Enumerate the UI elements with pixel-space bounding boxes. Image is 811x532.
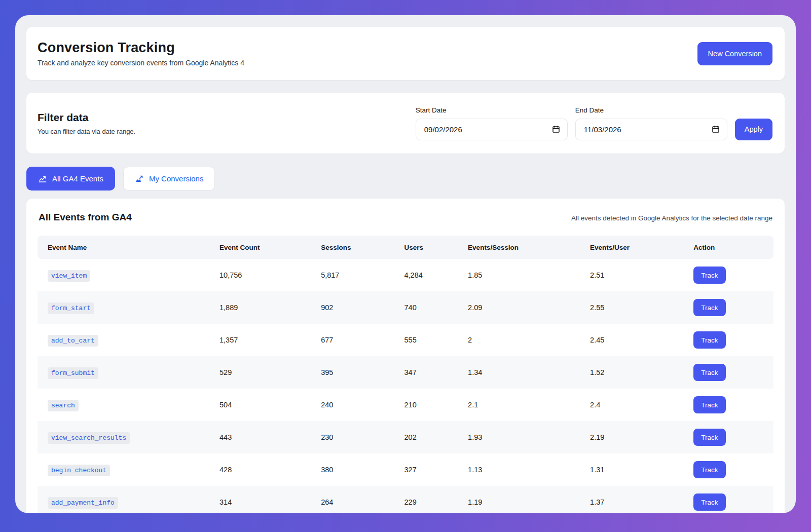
events-table-note: All events detected in Google Analytics … xyxy=(571,214,772,222)
tab-my-conversions[interactable]: My Conversions xyxy=(123,167,215,191)
events-table-title: All Events from GA4 xyxy=(39,212,132,223)
start-date-field[interactable] xyxy=(416,119,568,140)
events-per-session-cell: 2.09 xyxy=(458,291,580,324)
action-cell: Track xyxy=(683,389,773,421)
view-tabs: All GA4 Events My Conversions xyxy=(26,167,785,191)
event-name-cell: view_search_results xyxy=(38,421,209,453)
event-count-cell: 428 xyxy=(209,453,311,486)
event-name-badge: form_submit xyxy=(48,367,98,379)
action-cell: Track xyxy=(683,356,773,389)
users-cell: 555 xyxy=(394,324,458,356)
column-header-event-count: Event Count xyxy=(209,236,311,259)
end-date-field[interactable] xyxy=(575,119,727,140)
end-date-input[interactable] xyxy=(584,125,685,134)
events-per-user-cell: 2.4 xyxy=(580,389,683,421)
action-cell: Track xyxy=(683,486,773,513)
filter-card: Filter data You can filter data via date… xyxy=(26,93,785,154)
events-per-user-cell: 1.37 xyxy=(580,486,683,513)
events-table-body: view_item 10,756 5,817 4,284 1.85 2.51 T… xyxy=(38,259,773,513)
events-per-session-cell: 1.34 xyxy=(458,356,580,389)
event-name-badge: search xyxy=(48,400,79,411)
events-per-session-cell: 1.19 xyxy=(458,486,580,513)
events-table-head-row: Event Name Event Count Sessions Users Ev… xyxy=(38,236,773,259)
event-name-cell: search xyxy=(38,389,209,421)
event-name-cell: begin_checkout xyxy=(38,453,209,486)
column-header-action: Action xyxy=(683,236,773,259)
start-date-input[interactable] xyxy=(424,125,526,134)
page-title: Conversion Tracking xyxy=(38,40,244,56)
event-name-cell: add_payment_info xyxy=(38,486,209,513)
track-button[interactable]: Track xyxy=(693,299,725,316)
tab-label: All GA4 Events xyxy=(52,174,103,183)
action-cell: Track xyxy=(683,291,773,324)
column-header-event-name: Event Name xyxy=(38,236,209,259)
new-conversion-button[interactable]: New Conversion xyxy=(697,42,772,65)
track-button[interactable]: Track xyxy=(693,267,725,284)
event-name-cell: view_item xyxy=(38,259,209,291)
event-count-cell: 10,756 xyxy=(209,259,311,291)
events-per-session-cell: 1.13 xyxy=(458,453,580,486)
users-cell: 210 xyxy=(394,389,458,421)
sessions-cell: 240 xyxy=(311,389,394,421)
start-date-label: Start Date xyxy=(416,106,568,114)
sessions-cell: 677 xyxy=(311,324,394,356)
events-per-session-cell: 1.85 xyxy=(458,259,580,291)
events-per-user-cell: 1.52 xyxy=(580,356,683,389)
event-name-badge: add_payment_info xyxy=(48,497,118,509)
sessions-cell: 264 xyxy=(311,486,394,513)
table-row: add_to_cart 1,357 677 555 2 2.45 Track xyxy=(38,324,773,356)
table-row: form_start 1,889 902 740 2.09 2.55 Track xyxy=(38,291,773,324)
track-button[interactable]: Track xyxy=(693,396,725,413)
table-row: add_payment_info 314 264 229 1.19 1.37 T… xyxy=(38,486,773,513)
apply-button[interactable]: Apply xyxy=(735,119,772,140)
action-cell: Track xyxy=(683,324,773,356)
filter-controls: Start Date End Date xyxy=(416,106,772,140)
sessions-cell: 902 xyxy=(311,291,394,324)
start-date-group: Start Date xyxy=(416,106,568,140)
events-per-user-cell: 2.19 xyxy=(580,421,683,453)
end-date-group: End Date xyxy=(575,106,727,140)
event-count-cell: 504 xyxy=(209,389,311,421)
track-button[interactable]: Track xyxy=(693,429,725,446)
users-cell: 229 xyxy=(394,486,458,513)
events-per-user-cell: 2.51 xyxy=(580,259,683,291)
event-name-cell: add_to_cart xyxy=(38,324,209,356)
event-count-cell: 1,889 xyxy=(209,291,311,324)
column-header-events-per-user: Events/User xyxy=(580,236,683,259)
end-date-label: End Date xyxy=(575,106,727,114)
table-row: form_submit 529 395 347 1.34 1.52 Track xyxy=(38,356,773,389)
users-cell: 740 xyxy=(394,291,458,324)
events-per-session-cell: 1.93 xyxy=(458,421,580,453)
column-header-events-per-session: Events/Session xyxy=(458,236,580,259)
page-background: Conversion Tracking Track and analyze ke… xyxy=(0,0,811,532)
sessions-cell: 230 xyxy=(311,421,394,453)
tab-label: My Conversions xyxy=(149,174,204,183)
track-button[interactable]: Track xyxy=(693,461,725,478)
events-per-user-cell: 1.31 xyxy=(580,453,683,486)
calendar-icon[interactable] xyxy=(552,125,560,133)
tab-all-ga4-events[interactable]: All GA4 Events xyxy=(26,167,115,191)
events-per-user-cell: 2.45 xyxy=(580,324,683,356)
action-cell: Track xyxy=(683,259,773,291)
sessions-cell: 380 xyxy=(311,453,394,486)
filter-subtitle: You can filter data via date range. xyxy=(38,128,135,135)
track-button[interactable]: Track xyxy=(693,331,725,349)
users-cell: 327 xyxy=(394,453,458,486)
column-header-users: Users xyxy=(394,236,458,259)
track-button[interactable]: Track xyxy=(693,493,725,511)
table-row: view_search_results 443 230 202 1.93 2.1… xyxy=(38,421,773,453)
table-row: begin_checkout 428 380 327 1.13 1.31 Tra… xyxy=(38,453,773,486)
events-per-user-cell: 2.55 xyxy=(580,291,683,324)
trending-up-chart-icon xyxy=(38,174,47,183)
event-name-badge: add_to_cart xyxy=(48,335,98,347)
table-row: search 504 240 210 2.1 2.4 Track xyxy=(38,389,773,421)
app-canvas: Conversion Tracking Track and analyze ke… xyxy=(15,15,796,513)
track-button[interactable]: Track xyxy=(693,364,725,381)
page-header-text: Conversion Tracking Track and analyze ke… xyxy=(38,40,244,67)
sessions-cell: 5,817 xyxy=(311,259,394,291)
filter-title: Filter data xyxy=(38,111,135,124)
calendar-icon[interactable] xyxy=(712,125,720,133)
event-name-cell: form_submit xyxy=(38,356,209,389)
event-count-cell: 1,357 xyxy=(209,324,311,356)
events-per-session-cell: 2.1 xyxy=(458,389,580,421)
